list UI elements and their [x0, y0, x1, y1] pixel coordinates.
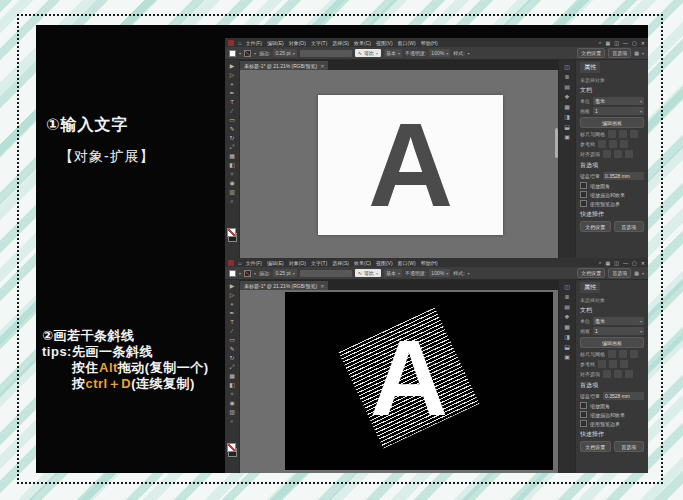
arrange-docs-icon[interactable]: ▦ [606, 260, 611, 266]
width-profile-dropdown[interactable]: ∿等比▾ [355, 269, 381, 277]
checkbox-row[interactable]: 缩放描边和效果 [580, 411, 644, 418]
brush-dropdown[interactable]: 基本▾ [384, 49, 402, 57]
menu-item[interactable]: 文件(F) [246, 260, 262, 266]
quick-action-button[interactable]: 文档设置 [580, 441, 611, 452]
panel-icon[interactable]: ⬓ [564, 124, 570, 130]
quick-action-button[interactable]: 首选项 [614, 221, 645, 232]
keyboard-increment-field[interactable]: 0.3528 mm [603, 172, 644, 180]
panel-icon[interactable]: ❖ [564, 314, 569, 320]
keyboard-increment-field[interactable]: 0.3528 mm [603, 392, 644, 400]
arrange-documents-icon[interactable]: ▦ [634, 50, 639, 56]
quick-action-button[interactable]: 文档设置 [580, 221, 611, 232]
units-dropdown[interactable]: 毫米▾ [593, 97, 644, 105]
menu-item[interactable]: 窗口(W) [398, 40, 416, 46]
tool-icon[interactable]: ∕ [231, 327, 232, 336]
tool-icon[interactable]: ◧ [229, 161, 235, 170]
panel-icon[interactable]: ◨ [564, 114, 570, 120]
tool-icon[interactable]: T [230, 318, 234, 327]
document-tab[interactable]: 未标题-1* @ 21.21% (RGB/预览)✕ [240, 281, 328, 290]
tool-icon[interactable]: ▶ [230, 62, 235, 71]
menu-item[interactable]: 效果(C) [354, 40, 371, 46]
tool-icon[interactable]: ⌕ [230, 197, 233, 206]
tool-icon[interactable]: ▭ [229, 336, 235, 345]
menu-item[interactable]: 选择(S) [332, 260, 349, 266]
preferences-button[interactable]: 首选项 [608, 268, 631, 278]
edit-artboards-button[interactable]: 编辑画板 [580, 117, 644, 128]
menu-item[interactable]: 视图(V) [376, 260, 393, 266]
menu-item[interactable]: 编辑(E) [267, 260, 284, 266]
brush-definition-field[interactable] [300, 270, 352, 277]
tool-icon[interactable]: ✒ [229, 309, 234, 318]
panel-icon[interactable]: ▣ [564, 354, 570, 360]
panel-icon[interactable]: ▤ [564, 304, 570, 310]
tool-icon[interactable]: ↻ [229, 134, 234, 143]
home-icon[interactable]: ⌂ [238, 40, 242, 46]
workspace-icon[interactable]: ◫ [614, 40, 619, 46]
menu-item[interactable]: 编辑(E) [267, 40, 284, 46]
tab-close-icon[interactable]: ✕ [320, 63, 324, 69]
home-icon[interactable]: ⌂ [238, 260, 242, 266]
workspace-icon[interactable]: ◫ [614, 260, 619, 266]
fill-swatch[interactable] [229, 270, 236, 277]
brush-dropdown[interactable]: 基本▾ [384, 269, 402, 277]
tool-icon[interactable]: ⤢ [230, 363, 235, 372]
tool-icon[interactable]: ◉ [229, 179, 234, 188]
tool-icon[interactable]: ▦ [229, 372, 235, 381]
properties-tab[interactable]: 属性 [580, 62, 600, 73]
menu-item[interactable]: 对象(O) [289, 260, 306, 266]
tool-icon[interactable]: ✎ [229, 125, 234, 134]
stroke-weight-dropdown[interactable]: 0.25 pt▾ [273, 269, 296, 277]
artboard-dropdown[interactable]: 1▾ [593, 327, 644, 335]
stroke-weight-dropdown[interactable]: 0.25 pt▾ [273, 49, 296, 57]
tool-icon[interactable]: ▥ [229, 188, 235, 197]
tool-icon[interactable]: ⌖ [230, 300, 233, 309]
panel-icon[interactable]: ▤ [564, 84, 570, 90]
menu-item[interactable]: 文字(T) [311, 260, 327, 266]
menu-item[interactable]: 窗口(W) [398, 260, 416, 266]
opacity-dropdown[interactable]: 100%▾ [429, 49, 450, 57]
arrange-documents-icon[interactable]: ▦ [634, 270, 639, 276]
opacity-dropdown[interactable]: 100%▾ [429, 269, 450, 277]
tool-icon[interactable]: ⤢ [230, 143, 235, 152]
checkbox-row[interactable]: 缩放圆角 [580, 182, 644, 189]
close-icon[interactable]: ✕ [641, 40, 645, 46]
tool-icon[interactable]: T [230, 98, 234, 107]
maximize-icon[interactable]: ▢ [632, 40, 637, 46]
panel-icon[interactable]: ▦ [564, 104, 570, 110]
tool-icon[interactable]: ▷ [230, 291, 235, 300]
properties-tab[interactable]: 属性 [580, 282, 600, 293]
arrange-docs-icon[interactable]: ▦ [606, 40, 611, 46]
guides-icons[interactable] [598, 140, 628, 148]
canvas-bottom[interactable]: A [240, 290, 558, 473]
tool-icon[interactable]: ▭ [229, 116, 235, 125]
tool-icon[interactable]: ⌖ [230, 80, 233, 89]
checkbox-row[interactable]: 缩放描边和效果 [580, 191, 644, 198]
quick-action-button[interactable]: 首选项 [614, 441, 645, 452]
units-dropdown[interactable]: 毫米▾ [593, 317, 644, 325]
panel-icon[interactable]: ≣ [564, 294, 569, 300]
minimize-icon[interactable]: — [623, 260, 628, 266]
brush-definition-field[interactable] [300, 50, 352, 57]
toolbar-fill-stroke[interactable] [227, 228, 237, 242]
tool-icon[interactable]: ∕ [231, 107, 232, 116]
tool-icon[interactable]: ◉ [229, 399, 234, 408]
tool-icon[interactable]: ↻ [229, 354, 234, 363]
tool-icon[interactable]: ✧ [229, 390, 234, 399]
tool-icon[interactable]: ⌕ [230, 417, 233, 426]
vertical-scrollbar[interactable] [555, 128, 558, 158]
toolbar-fill-stroke[interactable] [227, 443, 237, 457]
fill-swatch[interactable] [229, 50, 236, 57]
panel-icon[interactable]: ◫ [564, 64, 570, 70]
search-icon[interactable]: ⌕ [599, 259, 602, 266]
checkbox-row[interactable]: 缩放圆角 [580, 402, 644, 409]
panel-icon[interactable]: ⬓ [564, 344, 570, 350]
tool-icon[interactable]: ▷ [230, 71, 235, 80]
guides-icons[interactable] [598, 360, 628, 368]
stroke-swatch[interactable] [244, 50, 251, 57]
panel-icon[interactable]: ❖ [564, 94, 569, 100]
menu-item[interactable]: 文字(T) [311, 40, 327, 46]
minimize-icon[interactable]: — [623, 40, 628, 46]
menu-item[interactable]: 选择(S) [332, 40, 349, 46]
checkbox-row[interactable]: 使用预览边界 [580, 420, 644, 427]
panel-icon[interactable]: ▦ [564, 324, 570, 330]
